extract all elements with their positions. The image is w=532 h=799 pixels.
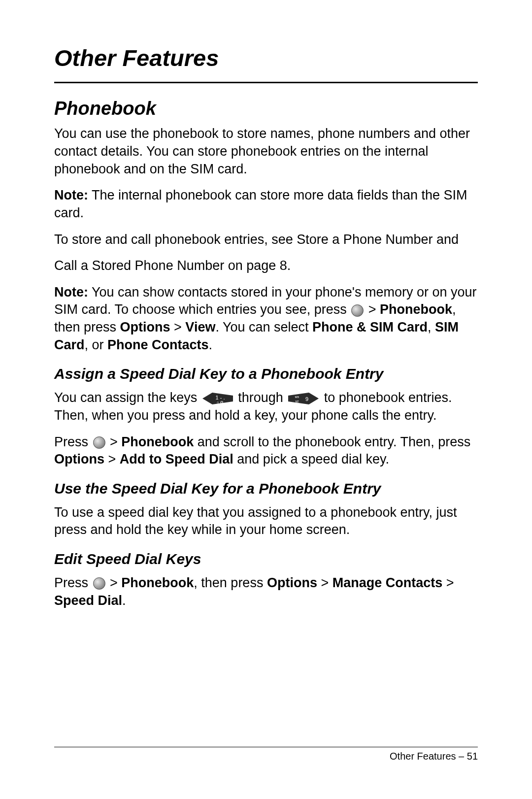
text: > <box>170 320 186 334</box>
menu-options: Options <box>54 452 104 466</box>
text: . <box>122 593 126 608</box>
body-text: To store and call phonebook entries, see… <box>54 231 478 249</box>
svg-marker-3 <box>288 393 319 404</box>
option-phone-sim: Phone & SIM Card <box>312 320 428 334</box>
subheading-assign-speed-dial: Assign a Speed Dial Key to a Phonebook E… <box>54 366 478 382</box>
note-label: Note: <box>54 188 88 202</box>
menu-phonebook: Phonebook <box>121 575 194 590</box>
text: > <box>317 575 332 590</box>
footer-divider <box>54 747 478 747</box>
menu-add-speed-dial: Add to Speed Dial <box>120 452 233 466</box>
section-heading-phonebook: Phonebook <box>54 98 478 119</box>
menu-speed-dial: Speed Dial <box>54 593 122 608</box>
text: > <box>106 434 122 449</box>
document-page: Other Features Phonebook You can use the… <box>0 0 532 799</box>
body-text: You can assign the keys 1 - . ⌂ @ throug… <box>54 389 478 424</box>
menu-options: Options <box>267 575 317 590</box>
page-title: Other Features <box>54 44 478 78</box>
text: Press <box>54 575 92 590</box>
text: . <box>209 337 213 352</box>
option-phone-contacts: Phone Contacts <box>107 337 209 352</box>
key-1-icon: 1 - . ⌂ @ <box>202 393 233 404</box>
body-text-note: Note: You can show contacts stored in yo… <box>54 284 478 354</box>
body-text: Press > Phonebook, then press Options > … <box>54 574 478 609</box>
menu-view: View <box>185 320 215 334</box>
text: > <box>442 575 454 590</box>
body-text: Press > Phonebook and scroll to the phon… <box>54 433 478 468</box>
svg-text:wx: wx <box>295 395 299 399</box>
body-text-note: Note: The internal phonebook can store m… <box>54 187 478 222</box>
center-key-icon <box>351 304 364 317</box>
menu-phonebook: Phonebook <box>380 302 452 317</box>
center-key-icon <box>93 436 105 449</box>
text: > <box>106 575 122 590</box>
menu-manage-contacts: Manage Contacts <box>332 575 443 590</box>
text: . You can select <box>215 320 312 334</box>
subheading-use-speed-dial: Use the Speed Dial Key for a Phonebook E… <box>54 480 478 497</box>
key-9-icon: wx yz 9 <box>288 393 319 404</box>
footer-page-number: Other Features – 51 <box>390 751 478 762</box>
text: and pick a speed dial key. <box>233 452 389 466</box>
text: You can assign the keys <box>54 390 201 405</box>
text: , then press <box>194 575 267 590</box>
text: , or <box>85 337 108 352</box>
text: Press <box>54 434 92 449</box>
body-text: Call a Stored Phone Number on page 8. <box>54 257 478 275</box>
svg-text:1 - .: 1 - . <box>215 395 225 400</box>
svg-text:⌂ @: ⌂ @ <box>217 400 223 404</box>
svg-text:yz: yz <box>296 400 299 403</box>
subheading-edit-speed-dial: Edit Speed Dial Keys <box>54 551 478 567</box>
text: > <box>104 452 120 466</box>
center-key-icon <box>93 577 105 590</box>
menu-options: Options <box>120 320 170 334</box>
note-label: Note: <box>54 285 88 300</box>
text: > <box>365 302 380 317</box>
text: and scroll to the phonebook entry. Then,… <box>194 434 470 449</box>
body-text: To use a speed dial key that you assigne… <box>54 504 478 539</box>
body-text: You can use the phonebook to store names… <box>54 125 478 178</box>
note-text: The internal phonebook can store more da… <box>54 188 467 220</box>
text: , <box>428 320 435 334</box>
svg-text:9: 9 <box>305 396 308 402</box>
menu-phonebook: Phonebook <box>121 434 194 449</box>
title-divider <box>54 82 478 83</box>
text: through <box>234 390 287 405</box>
